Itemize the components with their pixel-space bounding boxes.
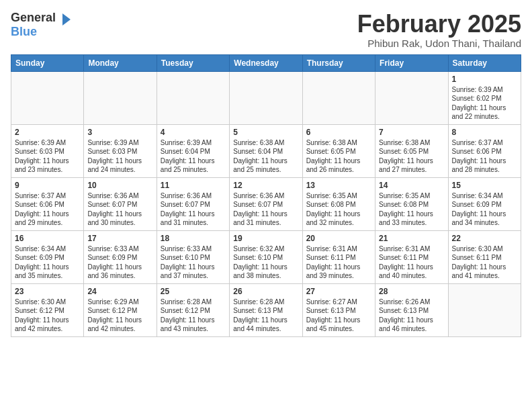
calendar-cell: 5Sunrise: 6:38 AM Sunset: 6:04 PM Daylig… — [230, 124, 302, 177]
calendar-cell: 21Sunrise: 6:31 AM Sunset: 6:11 PM Dayli… — [375, 230, 448, 283]
weekday-header-sunday: Sunday — [11, 54, 84, 71]
day-number: 22 — [452, 234, 517, 243]
day-number: 2 — [15, 128, 80, 137]
calendar-cell: 26Sunrise: 6:28 AM Sunset: 6:13 PM Dayli… — [230, 283, 302, 336]
page-header: General Blue February 2025 Phibun Rak, U… — [11, 11, 521, 49]
calendar-week-row: 9Sunrise: 6:37 AM Sunset: 6:06 PM Daylig… — [11, 177, 521, 230]
calendar-cell: 12Sunrise: 6:36 AM Sunset: 6:07 PM Dayli… — [230, 177, 302, 230]
day-number: 19 — [233, 234, 298, 243]
day-number: 11 — [161, 181, 226, 190]
calendar-cell — [157, 71, 229, 124]
day-info: Sunrise: 6:31 AM Sunset: 6:11 PM Dayligh… — [379, 244, 444, 281]
day-info: Sunrise: 6:29 AM Sunset: 6:12 PM Dayligh… — [87, 298, 152, 334]
day-number: 21 — [379, 234, 444, 243]
day-number: 27 — [306, 287, 371, 296]
day-number: 7 — [379, 128, 444, 137]
day-number: 9 — [15, 181, 80, 190]
calendar-cell: 27Sunrise: 6:27 AM Sunset: 6:13 PM Dayli… — [302, 283, 375, 336]
calendar-cell: 2Sunrise: 6:39 AM Sunset: 6:03 PM Daylig… — [11, 124, 84, 177]
calendar-cell: 11Sunrise: 6:36 AM Sunset: 6:07 PM Dayli… — [157, 177, 229, 230]
weekday-header-monday: Monday — [84, 54, 157, 71]
calendar-cell: 13Sunrise: 6:35 AM Sunset: 6:08 PM Dayli… — [302, 177, 375, 230]
calendar-cell: 20Sunrise: 6:31 AM Sunset: 6:11 PM Dayli… — [302, 230, 375, 283]
day-number: 24 — [87, 287, 152, 296]
title-block: February 2025 Phibun Rak, Udon Thani, Th… — [357, 11, 521, 49]
day-number: 5 — [233, 128, 298, 137]
calendar-cell: 14Sunrise: 6:35 AM Sunset: 6:08 PM Dayli… — [375, 177, 448, 230]
day-info: Sunrise: 6:39 AM Sunset: 6:03 PM Dayligh… — [15, 138, 80, 175]
weekday-header-saturday: Saturday — [448, 54, 521, 71]
day-number: 14 — [379, 181, 444, 190]
day-number: 13 — [306, 181, 371, 190]
calendar-cell — [375, 71, 448, 124]
day-info: Sunrise: 6:39 AM Sunset: 6:03 PM Dayligh… — [87, 138, 152, 175]
calendar-cell: 6Sunrise: 6:38 AM Sunset: 6:05 PM Daylig… — [302, 124, 375, 177]
weekday-header-wednesday: Wednesday — [230, 54, 302, 71]
day-info: Sunrise: 6:36 AM Sunset: 6:07 PM Dayligh… — [233, 191, 298, 228]
day-info: Sunrise: 6:30 AM Sunset: 6:11 PM Dayligh… — [452, 244, 517, 281]
day-number: 8 — [452, 128, 517, 137]
weekday-header-row: SundayMondayTuesdayWednesdayThursdayFrid… — [11, 54, 521, 71]
day-number: 1 — [452, 75, 517, 84]
calendar-cell — [230, 71, 302, 124]
calendar-cell: 17Sunrise: 6:33 AM Sunset: 6:09 PM Dayli… — [84, 230, 157, 283]
day-info: Sunrise: 6:33 AM Sunset: 6:09 PM Dayligh… — [87, 244, 152, 281]
logo: General Blue — [11, 11, 72, 39]
day-number: 23 — [15, 287, 80, 296]
calendar-cell: 25Sunrise: 6:28 AM Sunset: 6:12 PM Dayli… — [157, 283, 229, 336]
day-info: Sunrise: 6:32 AM Sunset: 6:10 PM Dayligh… — [233, 244, 298, 281]
calendar-cell: 16Sunrise: 6:34 AM Sunset: 6:09 PM Dayli… — [11, 230, 84, 283]
calendar-week-row: 16Sunrise: 6:34 AM Sunset: 6:09 PM Dayli… — [11, 230, 521, 283]
calendar-cell — [448, 283, 521, 336]
day-info: Sunrise: 6:28 AM Sunset: 6:13 PM Dayligh… — [233, 298, 298, 334]
day-info: Sunrise: 6:34 AM Sunset: 6:09 PM Dayligh… — [452, 191, 517, 228]
day-info: Sunrise: 6:33 AM Sunset: 6:10 PM Dayligh… — [161, 244, 226, 281]
calendar-cell: 28Sunrise: 6:26 AM Sunset: 6:13 PM Dayli… — [375, 283, 448, 336]
logo-text-blue: Blue — [11, 25, 37, 38]
calendar-cell: 7Sunrise: 6:38 AM Sunset: 6:05 PM Daylig… — [375, 124, 448, 177]
day-info: Sunrise: 6:36 AM Sunset: 6:07 PM Dayligh… — [161, 191, 226, 228]
day-info: Sunrise: 6:37 AM Sunset: 6:06 PM Dayligh… — [452, 138, 517, 175]
calendar-week-row: 23Sunrise: 6:30 AM Sunset: 6:12 PM Dayli… — [11, 283, 521, 336]
calendar-week-row: 1Sunrise: 6:39 AM Sunset: 6:02 PM Daylig… — [11, 71, 521, 124]
day-number: 28 — [379, 287, 444, 296]
day-number: 12 — [233, 181, 298, 190]
logo-text-general: General — [11, 11, 56, 24]
day-number: 10 — [87, 181, 152, 190]
day-info: Sunrise: 6:28 AM Sunset: 6:12 PM Dayligh… — [161, 298, 226, 334]
calendar-cell — [11, 71, 84, 124]
day-info: Sunrise: 6:34 AM Sunset: 6:09 PM Dayligh… — [15, 244, 80, 281]
day-number: 17 — [87, 234, 152, 243]
day-info: Sunrise: 6:38 AM Sunset: 6:04 PM Dayligh… — [233, 138, 298, 175]
day-info: Sunrise: 6:35 AM Sunset: 6:08 PM Dayligh… — [379, 191, 444, 228]
logo-icon — [57, 12, 72, 27]
day-info: Sunrise: 6:37 AM Sunset: 6:06 PM Dayligh… — [15, 191, 80, 228]
day-info: Sunrise: 6:26 AM Sunset: 6:13 PM Dayligh… — [379, 298, 444, 334]
day-number: 25 — [161, 287, 226, 296]
day-info: Sunrise: 6:27 AM Sunset: 6:13 PM Dayligh… — [306, 298, 371, 334]
day-number: 16 — [15, 234, 80, 243]
day-number: 6 — [306, 128, 371, 137]
calendar-cell: 4Sunrise: 6:39 AM Sunset: 6:04 PM Daylig… — [157, 124, 229, 177]
calendar-cell: 24Sunrise: 6:29 AM Sunset: 6:12 PM Dayli… — [84, 283, 157, 336]
svg-marker-0 — [62, 13, 71, 26]
calendar-cell: 10Sunrise: 6:36 AM Sunset: 6:07 PM Dayli… — [84, 177, 157, 230]
day-info: Sunrise: 6:39 AM Sunset: 6:04 PM Dayligh… — [161, 138, 226, 175]
calendar-cell: 9Sunrise: 6:37 AM Sunset: 6:06 PM Daylig… — [11, 177, 84, 230]
weekday-header-friday: Friday — [375, 54, 448, 71]
weekday-header-tuesday: Tuesday — [157, 54, 229, 71]
calendar-cell: 15Sunrise: 6:34 AM Sunset: 6:09 PM Dayli… — [448, 177, 521, 230]
calendar-cell: 8Sunrise: 6:37 AM Sunset: 6:06 PM Daylig… — [448, 124, 521, 177]
calendar-cell — [84, 71, 157, 124]
calendar-cell — [302, 71, 375, 124]
calendar-table: SundayMondayTuesdayWednesdayThursdayFrid… — [11, 54, 521, 337]
calendar-cell: 3Sunrise: 6:39 AM Sunset: 6:03 PM Daylig… — [84, 124, 157, 177]
day-info: Sunrise: 6:35 AM Sunset: 6:08 PM Dayligh… — [306, 191, 371, 228]
weekday-header-thursday: Thursday — [302, 54, 375, 71]
day-info: Sunrise: 6:31 AM Sunset: 6:11 PM Dayligh… — [306, 244, 371, 281]
day-info: Sunrise: 6:36 AM Sunset: 6:07 PM Dayligh… — [87, 191, 152, 228]
day-number: 4 — [161, 128, 226, 137]
month-year: February 2025 — [357, 11, 521, 38]
day-info: Sunrise: 6:38 AM Sunset: 6:05 PM Dayligh… — [306, 138, 371, 175]
day-info: Sunrise: 6:30 AM Sunset: 6:12 PM Dayligh… — [15, 298, 80, 334]
